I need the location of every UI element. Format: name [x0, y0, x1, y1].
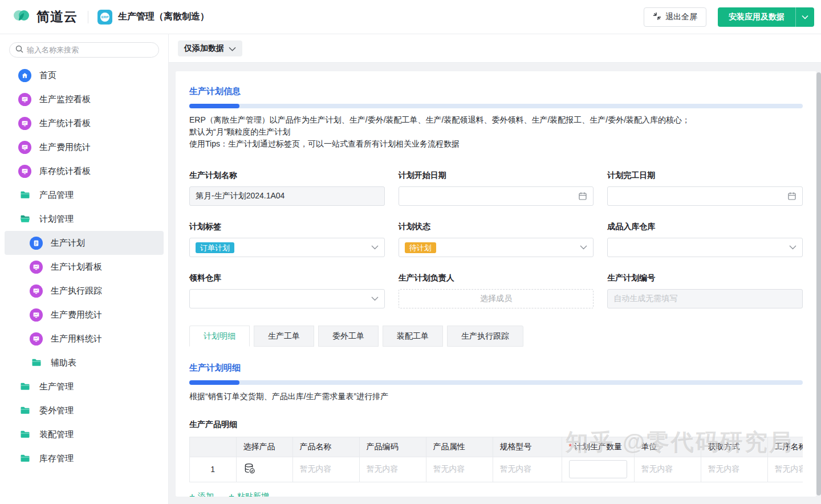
sidebar-item-label: 辅助表 [51, 357, 76, 368]
plus-icon: + [229, 491, 234, 497]
sidebar-item-production-monitor-board[interactable]: 生产监控看板 [5, 87, 164, 111]
column-header-unit: 单位 [634, 437, 701, 457]
field-plan-name: 生产计划名称 第月-生产计划2024.1A04 [189, 170, 385, 206]
plan-tag-select[interactable]: 订单计划 [189, 238, 385, 257]
select-product-cell[interactable] [236, 457, 292, 482]
sidebar-item-production-plan[interactable]: 生产计划 [5, 231, 164, 255]
sidebar-item-production-stats-board[interactable]: 生产统计看板 [5, 111, 164, 135]
section2-description: 根据“销售订单交货期、产品出库/生产需求量表”进行排产 [189, 391, 803, 403]
section-progress-fill [189, 380, 239, 385]
sidebar-item-label: 生产监控看板 [39, 94, 91, 105]
column-header-product-attr: 产品属性 [426, 437, 493, 457]
detail-tabs: 计划明细 生产工单 委外工单 装配工单 生产执行跟踪 [189, 326, 803, 347]
add-row-label: 添加 [198, 491, 214, 497]
field-label: 计划开始日期 [399, 170, 594, 181]
field-plan-no: 生产计划编号 自动生成无需填写 [607, 273, 803, 308]
plan-status-select[interactable]: 待计划 [399, 238, 594, 257]
finish-date-input[interactable] [607, 186, 803, 206]
description-line: 默认为“月”颗粒度的生产计划 [189, 126, 803, 138]
dashboard-icon [18, 141, 31, 154]
sidebar-item-home[interactable]: 首页 [5, 63, 164, 87]
field-finished-warehouse: 成品入库仓库 [607, 222, 803, 257]
data-mode-dropdown[interactable]: 仅添加数据 [178, 40, 242, 56]
sidebar-item-production-management[interactable]: 生产管理 [5, 375, 164, 399]
field-plan-status: 计划状态 待计划 [399, 222, 594, 257]
calendar-icon [787, 192, 796, 201]
finished-warehouse-select[interactable] [607, 238, 803, 257]
sidebar-item-label: 库存统计看板 [39, 166, 91, 177]
plan-qty-input[interactable] [569, 460, 627, 478]
folder-icon [18, 189, 31, 202]
app-title: 生产管理（离散制造） [118, 11, 209, 23]
start-date-input[interactable] [399, 186, 594, 206]
sidebar-item-assembly-management[interactable]: 装配管理 [5, 422, 164, 446]
tab-outsourcing-workorder[interactable]: 委外工单 [318, 326, 379, 347]
sidebar-item-production-cost-stats-sub[interactable]: 生产费用统计 [5, 303, 164, 327]
field-picking-warehouse: 领料仓库 [189, 273, 385, 308]
description-line: ERP（离散生产管理）以产品作为生产计划、生产/委外/装配工单、生产/装配领退料… [189, 114, 803, 126]
sidebar-item-production-cost-stats[interactable]: 生产费用统计 [5, 135, 164, 159]
sidebar-item-label: 产品管理 [39, 190, 74, 201]
top-header: 简道云 ERP 生产管理（离散制造） 退出全屏 安装应用及数据 [0, 0, 821, 34]
plan-no-placeholder: 自动生成无需填写 [613, 294, 677, 304]
field-plan-tag: 计划标签 订单计划 [189, 222, 385, 257]
header-divider [88, 11, 88, 23]
page-scrollbar[interactable] [816, 71, 821, 504]
add-row-button[interactable]: + 添加 [189, 491, 214, 497]
plan-name-value: 第月-生产计划2024.1A04 [196, 191, 284, 201]
sidebar-item-label: 委外管理 [39, 405, 74, 416]
select-member-button[interactable]: 选择成员 [399, 289, 594, 308]
sidebar-item-production-execution-tracking[interactable]: 生产执行跟踪 [5, 279, 164, 303]
install-app-button[interactable]: 安装应用及数据 [718, 7, 795, 27]
chevron-down-icon [802, 13, 808, 21]
plan-no-input: 自动生成无需填写 [607, 289, 803, 308]
dashboard-icon [30, 284, 43, 298]
section-progress-fill [189, 104, 239, 108]
tab-plan-detail[interactable]: 计划明细 [189, 326, 250, 347]
tab-production-workorder[interactable]: 生产工单 [254, 326, 314, 347]
exit-fullscreen-label: 退出全屏 [665, 12, 697, 22]
paste-add-button[interactable]: + 粘贴新增 [229, 491, 269, 497]
tab-execution-tracking[interactable]: 生产执行跟踪 [447, 326, 523, 347]
plus-icon: + [189, 491, 195, 497]
field-label: 生产计划名称 [189, 170, 385, 181]
section-title-plan-info: 生产计划信息 [189, 86, 803, 97]
sidebar-item-label: 生产费用统计 [39, 142, 91, 153]
sidebar-item-label: 库存管理 [39, 453, 74, 464]
dashboard-icon [18, 117, 31, 130]
plan-name-input[interactable]: 第月-生产计划2024.1A04 [189, 186, 385, 206]
spec-model-cell: 暂无内容 [493, 457, 562, 482]
sidebar-item-outsourcing-management[interactable]: 委外管理 [5, 399, 164, 422]
tab-assembly-workorder[interactable]: 装配工单 [383, 326, 443, 347]
acquire-method-cell: 暂无内容 [701, 457, 767, 482]
install-dropdown-button[interactable] [795, 7, 814, 27]
sidebar-item-product-management[interactable]: 产品管理 [5, 183, 164, 207]
sidebar-item-auxiliary-tables[interactable]: 辅助表 [5, 351, 164, 375]
sidebar-item-inventory-stats-board[interactable]: 库存统计看板 [5, 159, 164, 183]
plan-status-chip: 待计划 [405, 242, 436, 253]
chevron-down-icon [371, 245, 379, 250]
sidebar-item-plan-management[interactable]: 计划管理 [5, 207, 164, 231]
sidebar-item-inventory-management[interactable]: 库存管理 [5, 446, 164, 470]
app-root: 简道云 ERP 生产管理（离散制造） 退出全屏 安装应用及数据 [0, 0, 821, 504]
sidebar-search[interactable] [9, 42, 159, 58]
picking-warehouse-select[interactable] [189, 289, 385, 308]
plan-qty-cell [562, 457, 634, 482]
main-area: 仅添加数据 生产计划信息 ERP（离散生产管理）以产品作为生产计划、生产/委外/… [169, 34, 821, 504]
field-start-date: 计划开始日期 [399, 170, 594, 206]
plan-tag-chip: 订单计划 [196, 242, 234, 253]
folder-icon [18, 404, 31, 417]
description-line: 使用Tips：生产计划通过标签页，可以一站式查看所有计划相关业务流程数据 [189, 138, 803, 150]
search-input[interactable] [27, 46, 153, 54]
sidebar-item-production-material-stats[interactable]: 生产用料统计 [5, 327, 164, 351]
select-product-icon [243, 467, 255, 476]
sidebar-item-production-plan-board[interactable]: 生产计划看板 [5, 255, 164, 279]
form-card: 生产计划信息 ERP（离散生产管理）以产品作为生产计划、生产/委外/装配工单、生… [176, 71, 816, 497]
exit-fullscreen-button[interactable]: 退出全屏 [644, 7, 706, 27]
brand-logo[interactable]: 简道云 [11, 6, 78, 29]
search-icon [15, 45, 23, 55]
scrollbar-thumb[interactable] [816, 72, 821, 495]
chevron-down-icon [789, 245, 796, 250]
column-header-select-product: 选择产品 [236, 437, 292, 457]
form-fields: 生产计划名称 第月-生产计划2024.1A04 计划开始日期 计划完工日期 [189, 170, 803, 308]
